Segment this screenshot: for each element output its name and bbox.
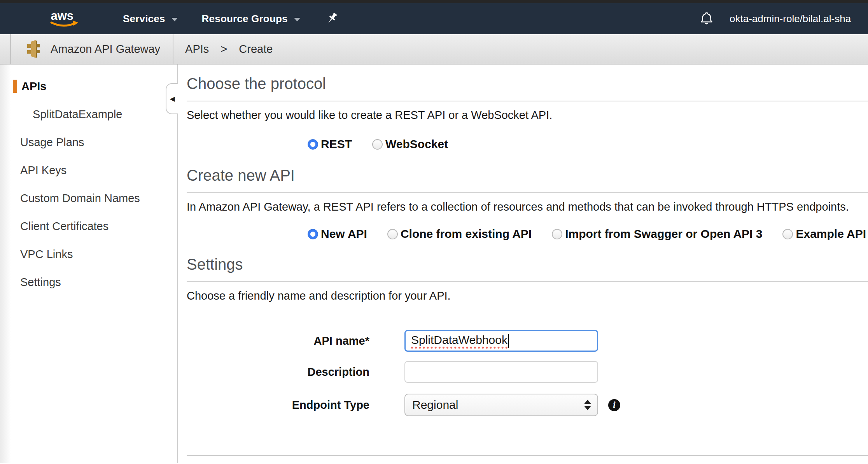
api-settings-form: API name* SplitDataWebhook Description E…	[187, 330, 868, 416]
breadcrumb-bar: Amazon API Gateway APIs > Create	[0, 34, 868, 65]
radio-label: WebSocket	[385, 138, 448, 151]
breadcrumb-edge-cell	[0, 34, 11, 64]
sidebar-item-label: API Keys	[20, 164, 66, 177]
api-name-row: API name* SplitDataWebhook	[187, 330, 868, 352]
text-caret	[508, 334, 509, 348]
section-title-create-new-api: Create new API	[187, 166, 868, 184]
breadcrumb: APIs > Create	[173, 34, 273, 64]
radio-option-example-api[interactable]: Example API	[782, 227, 866, 241]
info-icon[interactable]: i	[608, 399, 620, 411]
radio-unselected-icon[interactable]	[552, 229, 562, 239]
collapse-left-arrow-icon: ◀	[170, 96, 175, 102]
radio-unselected-icon[interactable]	[372, 139, 383, 150]
radio-label: REST	[321, 138, 352, 151]
radio-label: Import from Swagger or Open API 3	[565, 227, 762, 241]
pushpin-icon[interactable]	[325, 12, 338, 26]
description-row: Description	[187, 361, 868, 383]
radio-option-rest[interactable]: REST	[308, 138, 352, 151]
select-stepper-icon	[584, 400, 591, 410]
service-home[interactable]: Amazon API Gateway	[11, 34, 173, 64]
endpoint-type-label: Endpoint Type	[187, 399, 369, 412]
api-source-radio-group: New API Clone from existing API Import f…	[308, 227, 868, 241]
api-name-value: SplitDataWebhook	[411, 333, 508, 349]
chevron-down-icon	[172, 18, 178, 21]
nav-services-label: Services	[123, 13, 165, 25]
radio-option-new-api[interactable]: New API	[308, 227, 367, 241]
breadcrumb-create-item: Create	[239, 43, 273, 56]
settings-description: Choose a friendly name and description f…	[187, 289, 868, 303]
sidebar-collapse-toggle[interactable]: ◀	[166, 83, 178, 114]
section-title-settings: Settings	[187, 255, 868, 273]
radio-selected-icon[interactable]	[308, 139, 318, 150]
radio-unselected-icon[interactable]	[782, 229, 793, 239]
sidebar-item-usage-plans[interactable]: Usage Plans	[0, 128, 177, 156]
chevron-down-icon	[294, 18, 300, 21]
api-name-input[interactable]: SplitDataWebhook	[404, 330, 598, 352]
sidebar-item-label: Custom Domain Names	[20, 192, 140, 205]
radio-option-websocket[interactable]: WebSocket	[372, 138, 448, 151]
radio-unselected-icon[interactable]	[387, 229, 398, 239]
create-api-description: In Amazon API Gateway, a REST API refers…	[187, 200, 868, 214]
sidebar-item-label: APIs	[21, 80, 46, 93]
breadcrumb-separator: >	[220, 43, 227, 56]
endpoint-type-row: Endpoint Type Regional i	[187, 394, 868, 416]
main-content: Choose the protocol Select whether you w…	[178, 65, 868, 463]
endpoint-type-select[interactable]: Regional	[404, 394, 598, 416]
aws-top-navbar: aws Services Resource Groups okta-admi	[0, 3, 868, 34]
active-indicator-bar	[13, 80, 17, 93]
description-input[interactable]	[404, 361, 598, 383]
bell-icon[interactable]	[700, 11, 713, 26]
section-divider	[187, 101, 868, 101]
breadcrumb-apis-link[interactable]: APIs	[185, 43, 209, 56]
nav-right-group: okta-admin-role/bilal.al-sha	[700, 3, 851, 34]
endpoint-type-value: Regional	[412, 398, 458, 412]
sidebar-item-label: Usage Plans	[20, 136, 84, 149]
footer-divider	[187, 455, 868, 456]
sidebar: APIs SplitDataExample Usage Plans API Ke…	[0, 65, 178, 463]
sidebar-item-api-keys[interactable]: API Keys	[0, 156, 177, 184]
radio-option-import-swagger[interactable]: Import from Swagger or Open API 3	[552, 227, 762, 241]
sidebar-item-vpc-links[interactable]: VPC Links	[0, 240, 177, 268]
api-gateway-icon	[25, 40, 42, 58]
protocol-description: Select whether you would like to create …	[187, 108, 868, 122]
description-label: Description	[187, 366, 369, 379]
sidebar-item-client-certificates[interactable]: Client Certificates	[0, 212, 177, 240]
service-name-label: Amazon API Gateway	[51, 43, 160, 56]
sidebar-item-label: Client Certificates	[20, 220, 108, 233]
sidebar-item-settings[interactable]: Settings	[0, 268, 177, 296]
nav-resource-groups-label: Resource Groups	[202, 13, 288, 25]
sidebar-item-custom-domain-names[interactable]: Custom Domain Names	[0, 184, 177, 212]
section-divider	[187, 281, 868, 282]
sidebar-item-label: VPC Links	[20, 248, 73, 261]
sidebar-item-splitdataexample[interactable]: SplitDataExample	[0, 100, 177, 128]
section-divider	[187, 192, 868, 193]
api-name-label: API name*	[187, 335, 369, 347]
radio-label: New API	[321, 227, 367, 241]
nav-resource-groups-menu[interactable]: Resource Groups	[202, 13, 300, 25]
protocol-radio-group: REST WebSocket	[308, 137, 868, 152]
radio-label: Clone from existing API	[401, 227, 532, 241]
nav-services-menu[interactable]: Services	[123, 13, 178, 25]
section-title-choose-protocol: Choose the protocol	[187, 75, 868, 92]
window-chrome-strip	[0, 0, 868, 3]
account-role-label[interactable]: okta-admin-role/bilal.al-sha	[730, 13, 851, 25]
radio-selected-icon[interactable]	[308, 229, 318, 239]
sidebar-item-label: Settings	[20, 276, 61, 289]
sidebar-item-label: SplitDataExample	[33, 108, 122, 121]
aws-logo-icon[interactable]: aws	[47, 9, 80, 29]
radio-option-clone-existing[interactable]: Clone from existing API	[387, 227, 532, 241]
svg-text:aws: aws	[51, 9, 74, 23]
radio-label: Example API	[796, 227, 866, 241]
sidebar-item-apis[interactable]: APIs	[0, 72, 177, 100]
